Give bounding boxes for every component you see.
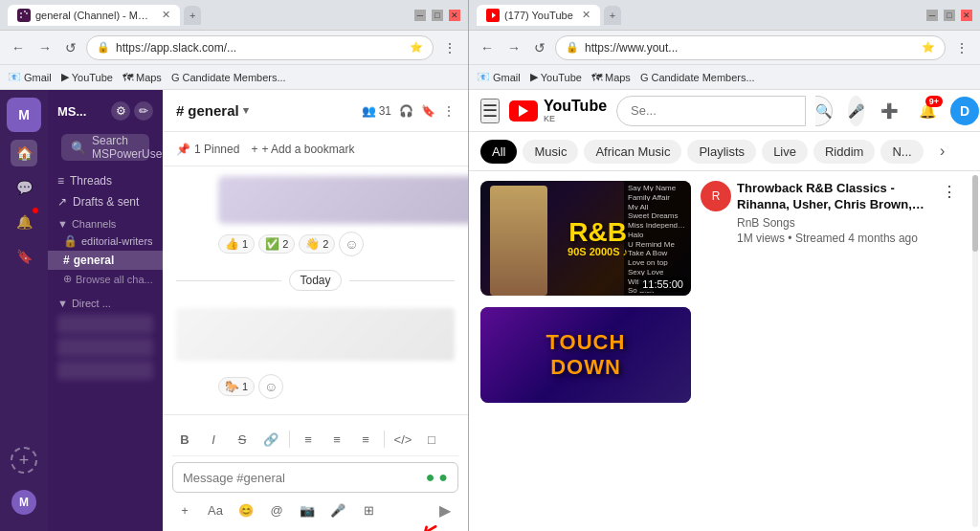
rail-messages-icon[interactable]: 💬: [11, 174, 37, 201]
rail-mentions-icon[interactable]: 🔔: [11, 209, 37, 235]
unordered-list-btn[interactable]: ≡: [324, 427, 349, 452]
message-input-box[interactable]: ● ●: [172, 462, 458, 493]
bold-btn[interactable]: B: [172, 427, 197, 452]
send-btn[interactable]: ▶: [432, 497, 458, 523]
right-back-btn[interactable]: ←: [477, 38, 498, 57]
right-new-tab[interactable]: +: [604, 6, 621, 25]
add-reaction-btn-2[interactable]: ☺: [258, 374, 283, 399]
rail-bookmarks-icon[interactable]: 🔖: [11, 243, 37, 270]
yt-cat-live[interactable]: Live: [762, 140, 808, 164]
slack-search-bar[interactable]: 🔍 Search MSPowerUser: [61, 134, 149, 161]
audio-btn[interactable]: 🎤: [325, 498, 350, 522]
add-workspace-btn[interactable]: +: [11, 447, 37, 474]
indent-btn[interactable]: ≡: [353, 427, 378, 452]
left-bookmark-youtube[interactable]: ▶ YouTube: [61, 71, 113, 83]
left-bookmark-candidate[interactable]: G Candidate Members...: [171, 72, 286, 83]
channel-avatar-1[interactable]: R: [701, 181, 731, 211]
reaction-horse[interactable]: 🐎 1: [218, 377, 255, 396]
right-refresh-btn[interactable]: ↺: [530, 38, 549, 57]
left-extensions-btn[interactable]: ⋮: [439, 38, 460, 57]
right-close-btn[interactable]: ✕: [961, 10, 972, 21]
yt-search-bar[interactable]: [616, 96, 806, 126]
yt-menu-btn[interactable]: ☰: [480, 99, 500, 123]
pinned-item[interactable]: 📌 1 Pinned: [176, 143, 239, 156]
reaction-wave[interactable]: 👋 2: [299, 234, 335, 254]
message-input-field[interactable]: [183, 471, 420, 485]
sidebar-filter-btn[interactable]: ⚙: [111, 101, 130, 121]
right-forward-btn[interactable]: →: [503, 38, 524, 57]
yt-notifications-btn[interactable]: 🔔 9+: [912, 96, 943, 126]
yt-cat-music[interactable]: Music: [523, 140, 578, 164]
date-badge[interactable]: Today: [289, 270, 341, 291]
chevron-down-icon[interactable]: ▾: [243, 104, 249, 117]
left-tab-close[interactable]: ✕: [162, 9, 170, 21]
right-tab-close[interactable]: ✕: [582, 9, 590, 21]
yt-user-avatar[interactable]: D: [950, 97, 979, 125]
more-channel-item[interactable]: ⋮: [443, 104, 455, 118]
bookmark-channel-item[interactable]: 🔖: [421, 104, 435, 118]
yt-cat-riddim[interactable]: Riddim: [813, 140, 875, 164]
sidebar-channel-editorial[interactable]: 🔒 editorial-writers: [48, 232, 163, 251]
video-channel-1[interactable]: RnB Songs: [737, 216, 934, 230]
huddle-item[interactable]: 🎧: [399, 104, 413, 118]
right-bookmark-candidate[interactable]: G Candidate Members...: [640, 72, 755, 83]
yt-mic-btn[interactable]: 🎤: [848, 96, 864, 126]
right-active-tab[interactable]: (177) YouTube ✕: [477, 5, 600, 26]
yt-cat-chevron[interactable]: ›: [929, 138, 956, 165]
yt-cat-african-music[interactable]: African Music: [584, 140, 681, 164]
yt-scrollbar-thumb[interactable]: [972, 175, 978, 252]
code-btn[interactable]: </>: [390, 427, 415, 452]
yt-cat-playlists[interactable]: Playlists: [687, 140, 756, 164]
video-thumbnail-1[interactable]: Say My Name Family Affair My All Sweet D…: [480, 181, 691, 296]
shortcuts-btn[interactable]: ⊞: [356, 498, 381, 522]
yt-create-btn[interactable]: ➕: [874, 96, 904, 126]
text-btn[interactable]: Aa: [203, 498, 228, 522]
rail-home-icon[interactable]: 🏠: [11, 140, 37, 166]
yt-search-btn[interactable]: 🔍: [815, 96, 833, 126]
video-title-1[interactable]: Throwback R&B Classics - Rihanna, Usher,…: [737, 181, 934, 213]
reaction-thumbsup[interactable]: 👍 1: [218, 234, 255, 254]
direct-section-header[interactable]: ▼ Direct ...: [48, 292, 163, 311]
left-bookmark-gmail[interactable]: 📧 Gmail: [8, 71, 52, 83]
mention-btn[interactable]: @: [264, 498, 289, 522]
italic-btn[interactable]: I: [201, 427, 226, 452]
right-bookmark-youtube[interactable]: ▶ YouTube: [530, 71, 582, 83]
yt-search-input[interactable]: [631, 103, 791, 118]
right-bookmark-gmail[interactable]: 📧 Gmail: [477, 71, 521, 83]
right-bookmark-maps[interactable]: 🗺 Maps: [591, 72, 631, 83]
left-maximize-btn[interactable]: □: [432, 10, 443, 21]
link-btn[interactable]: 🔗: [258, 427, 283, 452]
yt-cat-all[interactable]: All: [480, 140, 517, 164]
left-back-btn[interactable]: ←: [8, 38, 29, 57]
right-minimize-btn[interactable]: ─: [926, 10, 938, 21]
yt-scrollbar-track[interactable]: [972, 175, 978, 527]
plus-btn[interactable]: +: [172, 498, 197, 522]
video-more-btn-1[interactable]: ⋮: [940, 181, 959, 203]
left-bookmark-maps[interactable]: 🗺 Maps: [122, 72, 162, 83]
sidebar-compose-btn[interactable]: ✏: [134, 101, 153, 121]
add-reaction-btn[interactable]: ☺: [339, 232, 364, 256]
blockquote-btn[interactable]: □: [419, 427, 444, 452]
left-refresh-btn[interactable]: ↺: [61, 38, 80, 57]
channels-section-header[interactable]: ▼ Channels: [48, 212, 163, 232]
sidebar-browse-channels[interactable]: ⊕ Browse all cha...: [48, 270, 163, 288]
right-address-bar[interactable]: 🔒 https://www.yout... ⭐: [555, 35, 946, 60]
ordered-list-btn[interactable]: ≡: [296, 427, 321, 452]
reaction-check[interactable]: ✅ 2: [258, 234, 295, 254]
user-avatar-icon[interactable]: M: [11, 489, 37, 516]
yt-cat-more-label[interactable]: N...: [880, 140, 923, 164]
sidebar-item-threads[interactable]: ≡ Threads: [48, 170, 163, 191]
emoji-btn[interactable]: 😊: [234, 498, 258, 522]
right-extensions-btn[interactable]: ⋮: [951, 38, 972, 57]
left-close-btn[interactable]: ✕: [449, 10, 460, 21]
video-btn[interactable]: 📷: [295, 498, 320, 522]
left-new-tab[interactable]: +: [184, 6, 201, 25]
add-bookmark-item[interactable]: + + Add a bookmark: [251, 143, 354, 156]
video-thumbnail-2[interactable]: TOUCH DOWN: [480, 307, 691, 403]
left-active-tab[interactable]: general (Channel) - MSPowerU... ✕: [8, 5, 180, 26]
left-forward-btn[interactable]: →: [34, 38, 56, 57]
left-address-bar[interactable]: 🔒 https://app.slack.com/... ⭐: [86, 35, 434, 60]
right-maximize-btn[interactable]: □: [944, 10, 955, 21]
workspace-icon[interactable]: M: [7, 98, 41, 132]
sidebar-item-drafts[interactable]: ↗ Drafts & sent: [48, 191, 163, 212]
